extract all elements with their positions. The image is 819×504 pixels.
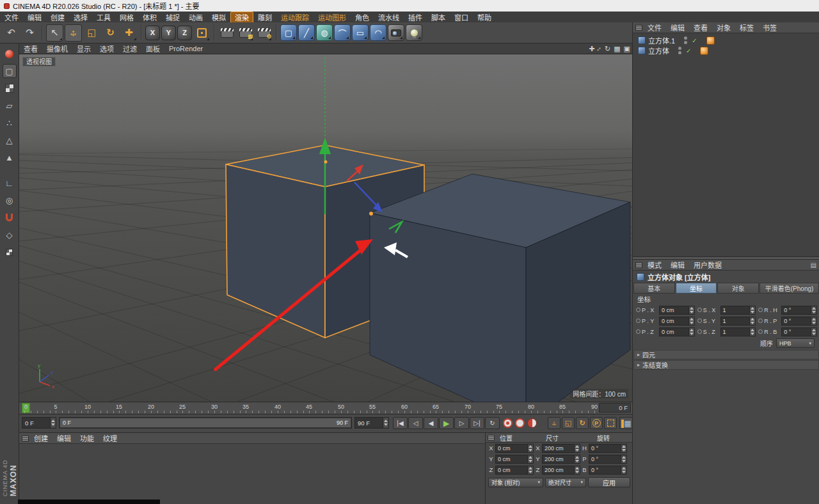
solo-mode-button[interactable]: ◎ xyxy=(3,193,17,207)
spinner[interactable] xyxy=(527,466,533,474)
object-tree[interactable]: 立方体.1 ✓ 立方体 ✓ xyxy=(633,33,819,256)
viewport-menu-view[interactable]: 查看 xyxy=(19,43,42,54)
keyframe-dot-icon[interactable] xyxy=(758,319,763,323)
menu-item-volume[interactable]: 体积 xyxy=(138,12,161,23)
snap-toggle-button[interactable] xyxy=(3,210,17,224)
current-frame-field[interactable]: 0 F xyxy=(22,417,56,429)
subdivision-surface-button[interactable]: ◍ xyxy=(316,24,333,41)
rh-field[interactable]: 0 ° xyxy=(781,306,817,315)
tab-object[interactable]: 对象 xyxy=(717,283,759,294)
menu-item-create[interactable]: 创建 xyxy=(46,12,69,23)
px-field[interactable]: 0 cm xyxy=(659,306,695,315)
phong-tag-icon[interactable] xyxy=(706,36,715,45)
y-axis-lock-button[interactable]: Y xyxy=(161,26,176,40)
section-quaternion[interactable]: ▸ 四元 xyxy=(633,350,819,359)
om-menu-tags[interactable]: 标签 xyxy=(736,22,758,33)
pen-tool-button[interactable]: ╱ xyxy=(298,24,315,41)
tab-phong[interactable]: 平滑着色(Phong) xyxy=(759,283,819,294)
am-menu-mode[interactable]: 模式 xyxy=(644,260,665,270)
previous-frame-button[interactable]: ◀ xyxy=(424,417,438,429)
spinner[interactable] xyxy=(621,455,626,463)
pos-x-field[interactable]: 0 cm xyxy=(495,444,534,453)
bend-deformer-button[interactable]: ⌒ xyxy=(334,24,351,41)
enabled-check-icon[interactable]: ✓ xyxy=(686,47,691,54)
rp-field[interactable]: 0 ° xyxy=(781,317,817,326)
menu-item-help[interactable]: 帮助 xyxy=(473,12,496,23)
section-freeze-transform[interactable]: ▸ 冻结变换 xyxy=(633,360,819,370)
pan-view-icon[interactable]: ✚ xyxy=(589,45,594,53)
record-rotation-button[interactable]: ↻ xyxy=(576,417,589,429)
menu-item-render[interactable]: 渲染 xyxy=(230,12,253,23)
am-menu-userdata[interactable]: 用户数据 xyxy=(690,260,726,270)
workplane-mode-button[interactable]: ▱ xyxy=(3,98,17,113)
panel-menu-icon[interactable] xyxy=(22,436,29,441)
menu-item-plugins[interactable]: 插件 xyxy=(404,12,427,23)
camera-button[interactable] xyxy=(388,24,404,41)
rot-h-field[interactable]: 0 ° xyxy=(589,444,627,453)
spinner[interactable] xyxy=(749,328,755,336)
keyframe-dot-icon[interactable] xyxy=(636,329,640,334)
spinner[interactable] xyxy=(621,466,626,474)
material-menu-function[interactable]: 功能 xyxy=(76,433,98,443)
timeline-range-slider[interactable]: 0 F 90 F xyxy=(59,417,352,429)
size-z-field[interactable]: 200 cm xyxy=(542,466,580,475)
render-settings-button[interactable]: ⚙ xyxy=(255,24,273,42)
enabled-check-icon[interactable]: ✓ xyxy=(692,37,697,44)
tab-basic[interactable]: 基本 xyxy=(633,283,675,294)
quantize-button[interactable]: ◇ xyxy=(3,228,17,242)
tab-coordinates[interactable]: 坐标 xyxy=(676,283,717,294)
size-mode-dropdown[interactable]: 绝对尺寸▾ xyxy=(545,478,586,487)
am-menu-edit[interactable]: 编辑 xyxy=(667,260,688,270)
redo-button[interactable]: ↷ xyxy=(21,24,38,42)
phong-tag-icon[interactable] xyxy=(700,47,708,55)
menu-item-edit[interactable]: 编辑 xyxy=(23,12,46,23)
spinner[interactable] xyxy=(527,455,533,463)
menu-item-file[interactable]: 文件 xyxy=(0,12,23,23)
z-axis-lock-button[interactable]: Z xyxy=(177,26,192,40)
keyframe-selection-button[interactable] xyxy=(527,418,537,428)
spinner[interactable] xyxy=(688,328,694,336)
floor-button[interactable]: ▭ xyxy=(352,24,369,41)
menu-item-motion-tracker[interactable]: 运动跟踪 xyxy=(276,12,314,23)
visibility-dots-icon[interactable] xyxy=(684,36,687,44)
menu-item-animate[interactable]: 动画 xyxy=(184,12,207,23)
object-row[interactable]: 立方体.1 ✓ xyxy=(633,35,819,45)
toggle-view-icon[interactable]: ▦ xyxy=(614,45,620,53)
primitive-cube-button[interactable]: ▢ xyxy=(280,24,297,41)
keyframe-dot-icon[interactable] xyxy=(697,329,702,334)
keyframe-dot-icon[interactable] xyxy=(697,308,702,312)
environment-button[interactable]: ◠ xyxy=(370,24,386,41)
viewport-menu-panel[interactable]: 面板 xyxy=(141,43,164,54)
mode-dropdown[interactable]: 对象 (相对)▾ xyxy=(488,478,543,487)
size-y-field[interactable]: 200 cm xyxy=(542,455,580,464)
loop-button[interactable]: ↻ xyxy=(485,417,500,429)
object-name[interactable]: 立方体 xyxy=(648,45,669,56)
point-level-animation-button[interactable] xyxy=(604,417,617,429)
visibility-dots-icon[interactable] xyxy=(678,47,681,54)
om-menu-file[interactable]: 文件 xyxy=(644,22,665,33)
rot-p-field[interactable]: 0 ° xyxy=(589,455,627,464)
rb-field[interactable]: 0 ° xyxy=(781,327,817,336)
x-axis-lock-button[interactable]: X xyxy=(145,26,160,40)
cube-unselected[interactable] xyxy=(370,174,630,402)
sx-field[interactable]: 1 xyxy=(720,306,756,315)
menu-item-script[interactable]: 脚本 xyxy=(427,12,450,23)
sy-field[interactable]: 1 xyxy=(720,317,756,326)
next-key-button[interactable]: ▷| xyxy=(470,417,484,429)
gizmo-axis-dot[interactable] xyxy=(324,161,328,164)
menu-item-window[interactable]: 窗口 xyxy=(450,12,473,23)
material-menu-edit[interactable]: 编辑 xyxy=(53,433,75,443)
end-frame-field[interactable]: 90 F xyxy=(354,417,389,429)
edges-mode-button[interactable]: △ xyxy=(3,133,17,147)
scale-tool-button[interactable]: ◱ xyxy=(83,24,100,42)
model-mode-button[interactable]: ▢ xyxy=(3,64,17,78)
range-bar[interactable] xyxy=(60,418,351,427)
render-view-button[interactable] xyxy=(218,24,235,42)
menu-item-mograph[interactable]: 运动图形 xyxy=(314,12,351,23)
pos-z-field[interactable]: 0 cm xyxy=(495,466,534,475)
rotate-tool-button[interactable]: ↻ xyxy=(102,24,119,42)
spinner[interactable] xyxy=(527,445,533,452)
spinner[interactable] xyxy=(749,306,755,314)
panel-menu-icon[interactable] xyxy=(488,435,495,441)
spinner[interactable] xyxy=(811,317,816,325)
